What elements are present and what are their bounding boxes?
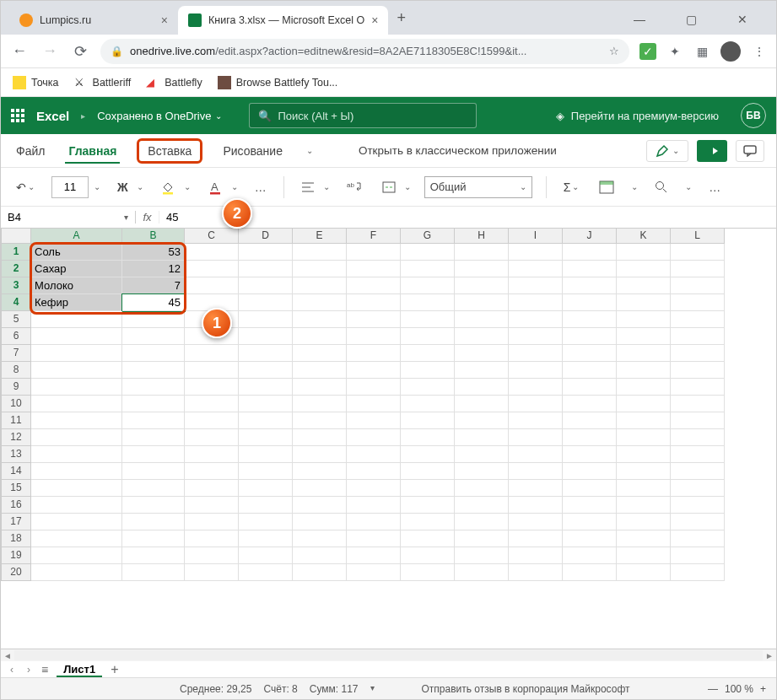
cell-D20[interactable] — [239, 564, 293, 581]
tab-file[interactable]: Файл — [13, 139, 48, 163]
cell-F11[interactable] — [347, 412, 401, 429]
cell-D4[interactable] — [239, 294, 293, 311]
cell-G15[interactable] — [401, 480, 455, 497]
cell-K8[interactable] — [617, 362, 671, 379]
cell-H1[interactable] — [455, 244, 509, 261]
cell-F2[interactable] — [347, 261, 401, 277]
cell-B12[interactable] — [122, 429, 185, 446]
cell-C15[interactable] — [185, 480, 239, 497]
cell-I16[interactable] — [509, 497, 563, 514]
more-tabs-chevron[interactable]: ⌄ — [303, 143, 316, 158]
cell-I19[interactable] — [509, 547, 563, 564]
cell-E7[interactable] — [293, 345, 347, 362]
cell-D11[interactable] — [239, 412, 293, 429]
col-header-B[interactable]: B — [122, 229, 185, 244]
tab-insert[interactable]: Вставка — [137, 138, 202, 164]
cell-I17[interactable] — [509, 514, 563, 530]
cell-H6[interactable] — [455, 328, 509, 345]
editing-mode-button[interactable]: ⌄ — [646, 140, 688, 162]
row-header-10[interactable]: 10 — [1, 396, 31, 412]
cell-K19[interactable] — [617, 547, 671, 564]
cell-G1[interactable] — [401, 244, 455, 261]
cell-E1[interactable] — [293, 244, 347, 261]
scroll-right-icon[interactable]: ► — [763, 651, 776, 660]
cell-F17[interactable] — [347, 514, 401, 530]
cell-L14[interactable] — [671, 463, 725, 480]
cell-A1[interactable]: Соль — [31, 244, 122, 261]
cell-A5[interactable] — [31, 311, 122, 328]
cell-J19[interactable] — [563, 547, 617, 564]
cell-B3[interactable]: 7 — [122, 277, 185, 294]
bookmark-item[interactable]: Точка — [13, 76, 59, 89]
merge-button[interactable] — [379, 179, 399, 196]
cell-C9[interactable] — [185, 379, 239, 396]
cell-H13[interactable] — [455, 446, 509, 463]
cell-F13[interactable] — [347, 446, 401, 463]
cell-L7[interactable] — [671, 345, 725, 362]
cell-F16[interactable] — [347, 497, 401, 514]
cell-C10[interactable] — [185, 396, 239, 412]
cell-J13[interactable] — [563, 446, 617, 463]
share-button[interactable] — [697, 140, 727, 162]
scroll-left-icon[interactable]: ◄ — [1, 651, 14, 660]
tab-home[interactable]: Главная — [65, 139, 120, 163]
cell-I5[interactable] — [509, 311, 563, 328]
cell-I1[interactable] — [509, 244, 563, 261]
cell-C7[interactable] — [185, 345, 239, 362]
cell-C13[interactable] — [185, 446, 239, 463]
cell-J4[interactable] — [563, 294, 617, 311]
cell-I8[interactable] — [509, 362, 563, 379]
cell-B14[interactable] — [122, 463, 185, 480]
cell-J8[interactable] — [563, 362, 617, 379]
cell-B4[interactable]: 45 — [122, 294, 185, 311]
cell-E14[interactable] — [293, 463, 347, 480]
cell-L1[interactable] — [671, 244, 725, 261]
sheet-tab-active[interactable]: Лист1 — [57, 663, 102, 677]
font-size-dropdown[interactable]: ⌄ — [94, 182, 100, 191]
cell-F20[interactable] — [347, 564, 401, 581]
fx-label[interactable]: fx — [136, 211, 159, 223]
cell-A15[interactable] — [31, 480, 122, 497]
premium-upsell[interactable]: ◈ Перейти на премиум-версию — [556, 110, 719, 122]
cell-F8[interactable] — [347, 362, 401, 379]
cell-E10[interactable] — [293, 396, 347, 412]
cell-F5[interactable] — [347, 311, 401, 328]
stats-dropdown[interactable]: ▾ — [370, 683, 375, 695]
horizontal-scrollbar[interactable]: ◄ ► — [1, 649, 776, 661]
cell-B10[interactable] — [122, 396, 185, 412]
cell-F12[interactable] — [347, 429, 401, 446]
cell-K7[interactable] — [617, 345, 671, 362]
extension-icon[interactable]: ▦ — [693, 43, 710, 60]
cell-A6[interactable] — [31, 328, 122, 345]
cell-H16[interactable] — [455, 497, 509, 514]
cell-J6[interactable] — [563, 328, 617, 345]
cell-K17[interactable] — [617, 514, 671, 530]
cell-D16[interactable] — [239, 497, 293, 514]
cell-H2[interactable] — [455, 261, 509, 277]
cell-D14[interactable] — [239, 463, 293, 480]
cell-H14[interactable] — [455, 463, 509, 480]
address-bar[interactable]: 🔒 onedrive.live.com/edit.aspx?action=edi… — [100, 39, 629, 64]
cell-K18[interactable] — [617, 530, 671, 547]
cell-I9[interactable] — [509, 379, 563, 396]
cell-K5[interactable] — [617, 311, 671, 328]
find-button[interactable] — [651, 178, 672, 197]
cell-D13[interactable] — [239, 446, 293, 463]
cell-G2[interactable] — [401, 261, 455, 277]
cell-L16[interactable] — [671, 497, 725, 514]
cell-L12[interactable] — [671, 429, 725, 446]
fill-color-button[interactable] — [157, 177, 179, 197]
col-header-J[interactable]: J — [563, 229, 617, 244]
cell-L20[interactable] — [671, 564, 725, 581]
cell-D15[interactable] — [239, 480, 293, 497]
row-header-8[interactable]: 8 — [1, 362, 31, 379]
cell-K12[interactable] — [617, 429, 671, 446]
cell-H3[interactable] — [455, 277, 509, 294]
cell-D1[interactable] — [239, 244, 293, 261]
cell-B13[interactable] — [122, 446, 185, 463]
more-tools-button[interactable]: … — [705, 178, 724, 197]
extension-check-icon[interactable]: ✓ — [639, 43, 656, 60]
col-header-G[interactable]: G — [401, 229, 455, 244]
align-button[interactable] — [298, 179, 318, 196]
cell-D7[interactable] — [239, 345, 293, 362]
